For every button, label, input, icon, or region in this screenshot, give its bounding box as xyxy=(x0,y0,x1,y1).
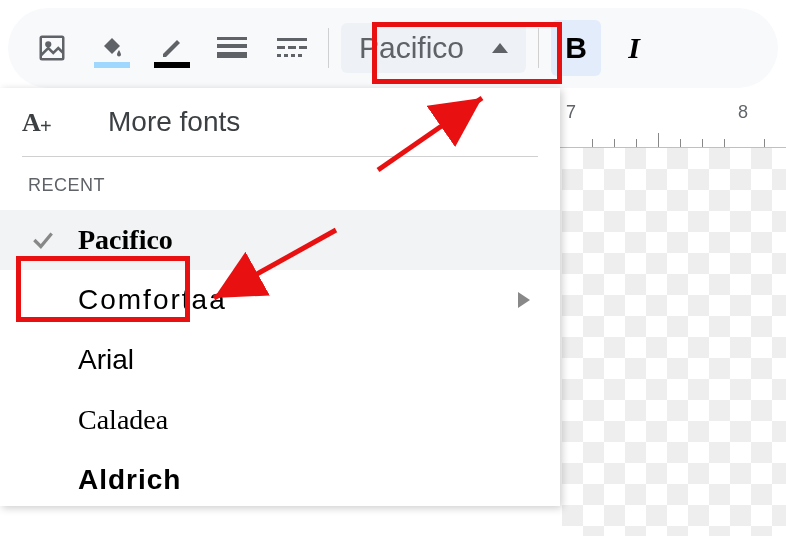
add-font-icon: A+ xyxy=(22,107,56,137)
toolbar: Pacifico B I xyxy=(8,8,778,88)
font-dropdown: A+ More fonts RECENT Pacifico Comfortaa … xyxy=(0,88,560,506)
svg-rect-8 xyxy=(299,46,307,49)
caret-up-icon xyxy=(492,43,508,53)
image-icon xyxy=(37,33,67,63)
svg-rect-3 xyxy=(217,44,247,48)
svg-rect-6 xyxy=(277,46,285,49)
tool-group-left xyxy=(28,24,316,72)
svg-text:+: + xyxy=(40,115,52,137)
check-icon xyxy=(28,227,58,253)
more-fonts-label: More fonts xyxy=(108,106,240,138)
italic-label: I xyxy=(628,31,640,65)
toolbar-divider xyxy=(328,28,329,68)
line-dash-icon xyxy=(277,38,307,58)
ruler-number: 8 xyxy=(738,102,748,123)
chevron-right-icon xyxy=(518,292,530,308)
border-color-button[interactable] xyxy=(148,24,196,72)
document-canvas[interactable] xyxy=(562,148,786,536)
insert-image-button[interactable] xyxy=(28,24,76,72)
font-item-aldrich[interactable]: Aldrich xyxy=(0,450,560,496)
font-name-label: Caladea xyxy=(78,404,168,436)
font-item-caladea[interactable]: Caladea xyxy=(0,390,560,450)
font-selector-value: Pacifico xyxy=(359,31,464,65)
fill-color-swatch xyxy=(94,62,130,68)
line-weight-icon xyxy=(217,37,247,59)
svg-rect-7 xyxy=(288,46,296,49)
svg-point-1 xyxy=(46,42,50,46)
italic-button[interactable]: I xyxy=(609,20,659,76)
bold-button[interactable]: B xyxy=(551,20,601,76)
border-style-button[interactable] xyxy=(268,24,316,72)
pencil-icon xyxy=(159,36,185,60)
font-name-label: Pacifico xyxy=(78,224,173,256)
section-label-recent: RECENT xyxy=(0,175,560,210)
svg-rect-2 xyxy=(217,37,247,40)
svg-rect-5 xyxy=(277,38,307,41)
svg-rect-11 xyxy=(291,54,295,57)
font-item-arial[interactable]: Arial xyxy=(0,330,560,390)
font-name-label: Comfortaa xyxy=(78,284,227,316)
border-weight-button[interactable] xyxy=(208,24,256,72)
pen-color-swatch xyxy=(154,62,190,68)
svg-text:A: A xyxy=(22,108,41,137)
font-item-pacifico[interactable]: Pacifico xyxy=(0,210,560,270)
paint-bucket-icon xyxy=(98,36,126,60)
font-family-selector[interactable]: Pacifico xyxy=(341,23,526,73)
dropdown-divider xyxy=(22,156,538,157)
horizontal-ruler: 7 8 xyxy=(560,100,786,148)
font-item-comfortaa[interactable]: Comfortaa xyxy=(0,270,560,330)
ruler-number: 7 xyxy=(566,102,576,123)
toolbar-divider xyxy=(538,28,539,68)
font-name-label: Arial xyxy=(78,344,134,376)
svg-rect-4 xyxy=(217,52,247,58)
svg-rect-10 xyxy=(284,54,288,57)
fill-color-button[interactable] xyxy=(88,24,136,72)
bold-label: B xyxy=(565,31,587,65)
svg-rect-9 xyxy=(277,54,281,57)
svg-rect-12 xyxy=(298,54,302,57)
font-name-label: Aldrich xyxy=(78,464,181,496)
more-fonts-button[interactable]: A+ More fonts xyxy=(0,88,560,156)
